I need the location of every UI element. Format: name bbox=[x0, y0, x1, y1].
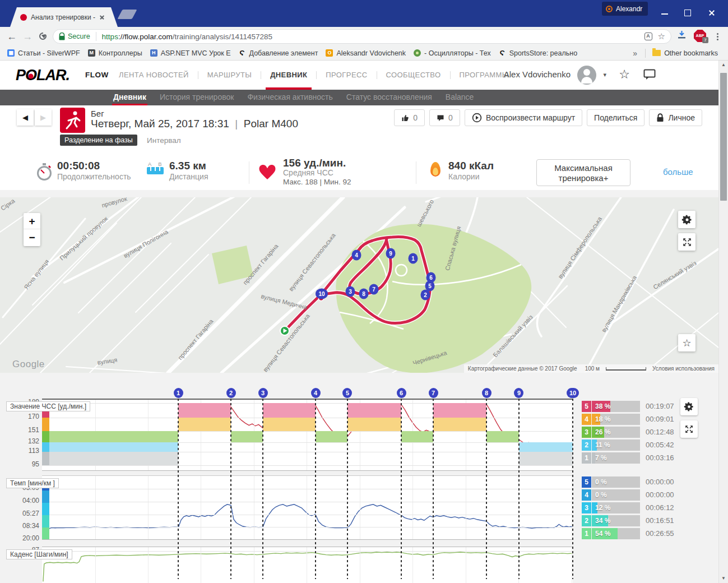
browser-menu-icon[interactable] bbox=[717, 33, 718, 35]
scrollbar-thumb[interactable] bbox=[720, 73, 727, 201]
zoom-out-button[interactable]: − bbox=[24, 229, 40, 246]
tab-close-icon[interactable] bbox=[99, 15, 104, 20]
replay-route-button[interactable]: Воспроизвести маршрут bbox=[465, 109, 582, 126]
bookmark-label: ASP.NET MVC Урок Е bbox=[161, 49, 231, 57]
share-button[interactable]: Поделиться bbox=[587, 109, 644, 126]
bookmarks-overflow-chevron[interactable]: » bbox=[633, 49, 637, 58]
new-tab-button[interactable] bbox=[117, 10, 137, 19]
adblock-badge: 7 bbox=[702, 37, 708, 43]
charts-panel: Значение ЧСС [уд./мин.] Темп [мин/км ] К… bbox=[0, 373, 718, 583]
hr-zone-band bbox=[231, 431, 263, 442]
nav-item-прогресс[interactable]: ПРОГРЕСС bbox=[317, 61, 376, 90]
bookmark-star-icon[interactable]: ☆ bbox=[658, 31, 665, 41]
bookmark-item[interactable]: ϚДобавление элемент bbox=[235, 48, 322, 58]
zone-time: 00:06:12 bbox=[646, 502, 674, 513]
zone-bar: 0 % bbox=[592, 489, 640, 501]
max-training-button[interactable]: Максимальная тренировка+ bbox=[536, 159, 630, 186]
bookmark-favicon: H bbox=[150, 49, 157, 57]
subnav-item-статус восстановления[interactable]: Статус восстановления bbox=[346, 90, 432, 105]
hr-label: Средняя ЧСС bbox=[283, 168, 333, 177]
hr-zone-band bbox=[433, 418, 486, 431]
nav-item-сообщество[interactable]: СООБЩЕСТВО bbox=[377, 61, 450, 90]
subnav-item-balance[interactable]: Balance bbox=[446, 90, 474, 105]
map-favorite-button[interactable]: ☆ bbox=[678, 334, 695, 351]
secure-label: Secure bbox=[68, 33, 90, 40]
bookmarks-list: ▦Статьи - SilverWPFMКонтроллерыHASP.NET … bbox=[3, 46, 581, 60]
bookmark-item[interactable]: OAleksandr Vdovichenk bbox=[322, 48, 410, 58]
lap-dash-line bbox=[178, 399, 179, 579]
bookmark-item[interactable]: MКонтроллеры bbox=[84, 48, 146, 58]
zone-bar: 12 % bbox=[592, 502, 640, 513]
bookmark-item[interactable]: ϚSportsStore: реально bbox=[495, 48, 581, 58]
nav-item-лента новостей[interactable]: ЛЕНТА НОВОСТЕЙ bbox=[110, 61, 198, 90]
avatar[interactable] bbox=[577, 66, 596, 85]
like-button[interactable]: 0 bbox=[394, 109, 425, 126]
distance-icon: АВ bbox=[147, 161, 169, 174]
gridline-vertical bbox=[254, 547, 254, 583]
feedback-chat-icon[interactable] bbox=[643, 69, 656, 80]
zone-badge: 4 bbox=[582, 414, 591, 425]
comment-button[interactable]: 0 bbox=[429, 109, 460, 126]
interval-tag: Интервал bbox=[147, 136, 181, 145]
address-bar[interactable]: Secure https://flow.polar.com/training/a… bbox=[53, 29, 671, 44]
zone-time: 00:09:01 bbox=[646, 414, 674, 425]
zone-percent: 18 % bbox=[595, 414, 610, 425]
translate-icon[interactable]: A bbox=[644, 33, 652, 40]
terms-link[interactable]: Условия использования bbox=[648, 365, 718, 372]
zone-percent: 54 % bbox=[595, 528, 610, 539]
bookmark-item[interactable]: - Осцилляторы - Тех bbox=[410, 48, 495, 58]
bookmark-item[interactable]: HASP.NET MVC Урок Е bbox=[146, 48, 235, 58]
next-session-button[interactable]: ▶ bbox=[35, 109, 52, 126]
bookmark-item[interactable]: ▦Статьи - SilverWPF bbox=[3, 48, 84, 58]
page-scrollbar[interactable]: ▲ ▼ bbox=[718, 61, 728, 583]
download-extension-icon[interactable] bbox=[677, 30, 687, 39]
map-settings-button[interactable] bbox=[678, 211, 695, 228]
polar-logo[interactable]: POLAR. bbox=[16, 67, 69, 84]
gridline-horizontal bbox=[42, 515, 573, 515]
comment-icon bbox=[437, 114, 444, 122]
gridline-vertical bbox=[95, 476, 96, 539]
private-button[interactable]: Личное bbox=[649, 109, 702, 126]
zone-percent: 34 % bbox=[595, 515, 610, 526]
route-map[interactable]: СіркапровулокПрилуцький провулоквулиця П… bbox=[0, 197, 718, 373]
scrollbar-up-arrow[interactable]: ▲ bbox=[719, 61, 728, 70]
hr-zone-band bbox=[42, 452, 178, 466]
window-close-button[interactable] bbox=[708, 10, 715, 16]
subnav-item-история тренировок[interactable]: История тренировок bbox=[160, 90, 234, 105]
hr-zone-strip bbox=[42, 442, 49, 452]
cadence-chart[interactable] bbox=[42, 547, 573, 583]
forward-button[interactable]: → bbox=[20, 29, 35, 44]
map-fullscreen-button[interactable] bbox=[678, 233, 695, 251]
y-tick-label: 170 bbox=[16, 413, 39, 420]
hr-chart[interactable] bbox=[42, 399, 573, 471]
gridline-vertical bbox=[95, 547, 96, 583]
back-button[interactable]: ← bbox=[4, 29, 19, 44]
browser-profile-chip[interactable]: Alexandr bbox=[602, 2, 648, 16]
more-link[interactable]: больше bbox=[663, 167, 693, 177]
hr-zone-band bbox=[178, 418, 231, 431]
chevron-down-icon[interactable]: ▾ bbox=[603, 71, 606, 78]
refresh-button[interactable] bbox=[39, 33, 47, 40]
subnav-item-физическая активность[interactable]: Физическая активность bbox=[247, 90, 332, 105]
map-canvas: СіркапровулокПрилуцький провулоквулиця П… bbox=[0, 197, 718, 373]
zoom-in-button[interactable]: + bbox=[24, 213, 40, 229]
favorites-star-icon[interactable]: ☆ bbox=[619, 67, 630, 82]
nav-item-маршруты[interactable]: МАРШРУТЫ bbox=[198, 61, 261, 90]
lap-chip-5: 5 bbox=[342, 388, 352, 398]
heart-icon bbox=[258, 163, 277, 180]
window-maximize-button[interactable] bbox=[684, 10, 691, 16]
hr-zone-strip bbox=[42, 452, 49, 466]
other-bookmarks-label[interactable]: Other bookmarks bbox=[664, 49, 718, 57]
phase-split-badge[interactable]: Разделение на фазы bbox=[60, 135, 137, 146]
browser-tab[interactable]: Анализ тренировки - Po bbox=[10, 7, 118, 27]
nav-item-дневник[interactable]: ДНЕВНИК bbox=[261, 61, 316, 90]
zone-percent: 26 % bbox=[595, 427, 610, 438]
scrollbar-down-arrow[interactable]: ▼ bbox=[719, 574, 728, 583]
pace-chart[interactable] bbox=[42, 475, 573, 540]
prev-session-button[interactable]: ◀ bbox=[17, 109, 34, 126]
user-name[interactable]: Alex Vdovichenko bbox=[504, 70, 571, 79]
bookmark-favicon bbox=[414, 49, 421, 57]
subnav-item-дневник[interactable]: Дневник bbox=[113, 90, 146, 105]
zone-badge: 2 bbox=[582, 439, 591, 451]
window-minimize-button[interactable] bbox=[661, 13, 668, 15]
